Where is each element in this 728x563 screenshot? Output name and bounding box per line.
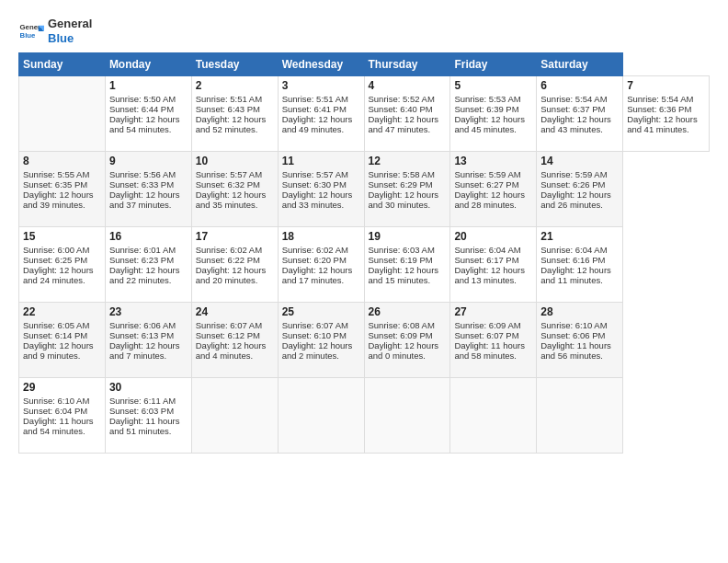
day-number: 21 [540, 230, 619, 243]
calendar-week-row: 22Sunrise: 6:05 AMSunset: 6:14 PMDayligh… [19, 303, 710, 378]
daylight-label: Daylight: 12 hours and 26 minutes. [540, 190, 611, 210]
day-number: 12 [369, 155, 447, 167]
daylight-label: Daylight: 12 hours and 39 minutes. [23, 190, 94, 210]
sunrise-text: Sunrise: 5:52 AM [369, 94, 435, 104]
calendar-cell: 20Sunrise: 6:04 AMSunset: 6:17 PMDayligh… [450, 227, 537, 303]
daylight-label: Daylight: 12 hours and 35 minutes. [196, 190, 267, 210]
sunset-text: Sunset: 6:37 PM [540, 104, 605, 114]
daylight-label: Daylight: 11 hours and 56 minutes. [540, 340, 611, 361]
daylight-label: Daylight: 12 hours and 47 minutes. [369, 114, 439, 134]
calendar-cell: 27Sunrise: 6:09 AMSunset: 6:07 PMDayligh… [450, 303, 537, 378]
daylight-label: Daylight: 12 hours and 52 minutes. [196, 114, 267, 134]
day-number: 19 [369, 230, 447, 243]
calendar-cell: 8Sunrise: 5:55 AMSunset: 6:35 PMDaylight… [19, 152, 106, 227]
calendar-cell: 25Sunrise: 6:07 AMSunset: 6:10 PMDayligh… [278, 303, 364, 378]
calendar-cell: 16Sunrise: 6:01 AMSunset: 6:23 PMDayligh… [105, 227, 191, 303]
sunrise-text: Sunrise: 5:54 AM [627, 94, 693, 104]
sunrise-text: Sunrise: 6:11 AM [109, 396, 176, 406]
day-number: 13 [454, 155, 532, 167]
calendar-week-row: 29Sunrise: 6:10 AMSunset: 6:04 PMDayligh… [19, 378, 710, 454]
daylight-label: Daylight: 11 hours and 51 minutes. [109, 416, 180, 436]
calendar-cell [191, 378, 278, 454]
sunset-text: Sunset: 6:20 PM [282, 255, 347, 265]
calendar-cell: 15Sunrise: 6:00 AMSunset: 6:25 PMDayligh… [19, 227, 106, 303]
sunset-text: Sunset: 6:04 PM [23, 406, 87, 416]
daylight-label: Daylight: 12 hours and 54 minutes. [109, 114, 180, 134]
day-number: 10 [196, 155, 274, 167]
calendar-cell: 2Sunrise: 5:51 AMSunset: 6:43 PMDaylight… [191, 76, 278, 152]
sunrise-text: Sunrise: 6:02 AM [282, 245, 348, 255]
day-number: 8 [23, 155, 101, 167]
day-number: 14 [540, 155, 619, 167]
daylight-label: Daylight: 12 hours and 4 minutes. [196, 340, 267, 361]
day-number: 11 [282, 155, 360, 167]
calendar-cell: 18Sunrise: 6:02 AMSunset: 6:20 PMDayligh… [278, 227, 364, 303]
day-number: 9 [109, 155, 188, 167]
day-number: 22 [23, 305, 101, 318]
sunset-text: Sunset: 6:43 PM [196, 104, 260, 114]
sunrise-text: Sunrise: 6:00 AM [23, 245, 89, 255]
daylight-label: Daylight: 12 hours and 41 minutes. [627, 114, 698, 134]
header: General Blue General Blue [18, 17, 710, 45]
sunrise-text: Sunrise: 6:03 AM [369, 245, 435, 255]
daylight-label: Daylight: 12 hours and 33 minutes. [282, 190, 353, 210]
calendar-cell: 5Sunrise: 5:53 AMSunset: 6:39 PMDaylight… [450, 76, 537, 152]
sunset-text: Sunset: 6:26 PM [540, 179, 605, 190]
calendar-week-row: 1Sunrise: 5:50 AMSunset: 6:44 PMDaylight… [19, 76, 710, 152]
sunrise-text: Sunrise: 6:05 AM [23, 320, 89, 330]
sunrise-text: Sunrise: 5:53 AM [454, 94, 520, 104]
daylight-label: Daylight: 12 hours and 15 minutes. [369, 265, 439, 285]
day-number: 25 [282, 305, 360, 318]
daylight-label: Daylight: 12 hours and 11 minutes. [540, 265, 611, 285]
header-cell-sunday: Sunday [19, 53, 106, 76]
sunset-text: Sunset: 6:09 PM [369, 330, 433, 340]
header-cell-thursday: Thursday [364, 53, 450, 76]
sunset-text: Sunset: 6:32 PM [196, 179, 260, 190]
calendar-cell: 29Sunrise: 6:10 AMSunset: 6:04 PMDayligh… [19, 378, 106, 454]
calendar-cell-empty [19, 76, 106, 152]
calendar-table: SundayMondayTuesdayWednesdayThursdayFrid… [18, 52, 710, 454]
calendar-cell: 28Sunrise: 6:10 AMSunset: 6:06 PMDayligh… [537, 303, 623, 378]
logo-text: General Blue [48, 17, 92, 45]
day-number: 26 [369, 305, 447, 318]
day-number: 4 [369, 79, 447, 92]
day-number: 27 [454, 305, 532, 318]
day-number: 20 [454, 230, 532, 243]
day-number: 24 [196, 305, 274, 318]
calendar-header-row: SundayMondayTuesdayWednesdayThursdayFrid… [19, 53, 710, 76]
sunset-text: Sunset: 6:16 PM [540, 255, 605, 265]
sunrise-text: Sunrise: 5:55 AM [23, 169, 89, 179]
day-number: 5 [454, 79, 532, 92]
sunrise-text: Sunrise: 6:07 AM [196, 320, 262, 330]
calendar-cell: 1Sunrise: 5:50 AMSunset: 6:44 PMDaylight… [105, 76, 191, 152]
sunrise-text: Sunrise: 5:51 AM [282, 94, 348, 104]
calendar-cell [364, 378, 450, 454]
daylight-label: Daylight: 12 hours and 9 minutes. [23, 340, 94, 361]
calendar-cell: 13Sunrise: 5:59 AMSunset: 6:27 PMDayligh… [450, 152, 537, 227]
daylight-label: Daylight: 12 hours and 7 minutes. [109, 340, 180, 361]
sunset-text: Sunset: 6:40 PM [369, 104, 433, 114]
calendar-cell: 10Sunrise: 5:57 AMSunset: 6:32 PMDayligh… [191, 152, 278, 227]
calendar-cell: 4Sunrise: 5:52 AMSunset: 6:40 PMDaylight… [364, 76, 450, 152]
logo-icon: General Blue [18, 18, 44, 44]
sunrise-text: Sunrise: 6:10 AM [23, 396, 89, 406]
sunrise-text: Sunrise: 6:08 AM [369, 320, 435, 330]
sunset-text: Sunset: 6:14 PM [23, 330, 87, 340]
sunrise-text: Sunrise: 5:50 AM [109, 94, 176, 104]
daylight-label: Daylight: 12 hours and 49 minutes. [282, 114, 353, 134]
sunrise-text: Sunrise: 5:57 AM [196, 169, 262, 179]
sunset-text: Sunset: 6:36 PM [627, 104, 691, 114]
sunset-text: Sunset: 6:29 PM [369, 179, 433, 190]
sunrise-text: Sunrise: 6:07 AM [282, 320, 348, 330]
sunrise-text: Sunrise: 5:58 AM [369, 169, 435, 179]
daylight-label: Daylight: 12 hours and 0 minutes. [369, 340, 439, 361]
sunrise-text: Sunrise: 6:04 AM [540, 245, 607, 255]
day-number: 28 [540, 305, 619, 318]
sunset-text: Sunset: 6:39 PM [454, 104, 518, 114]
sunset-text: Sunset: 6:30 PM [282, 179, 347, 190]
sunset-text: Sunset: 6:25 PM [23, 255, 87, 265]
calendar-cell: 6Sunrise: 5:54 AMSunset: 6:37 PMDaylight… [537, 76, 623, 152]
sunset-text: Sunset: 6:44 PM [109, 104, 174, 114]
calendar-cell [537, 378, 623, 454]
sunset-text: Sunset: 6:06 PM [540, 330, 605, 340]
